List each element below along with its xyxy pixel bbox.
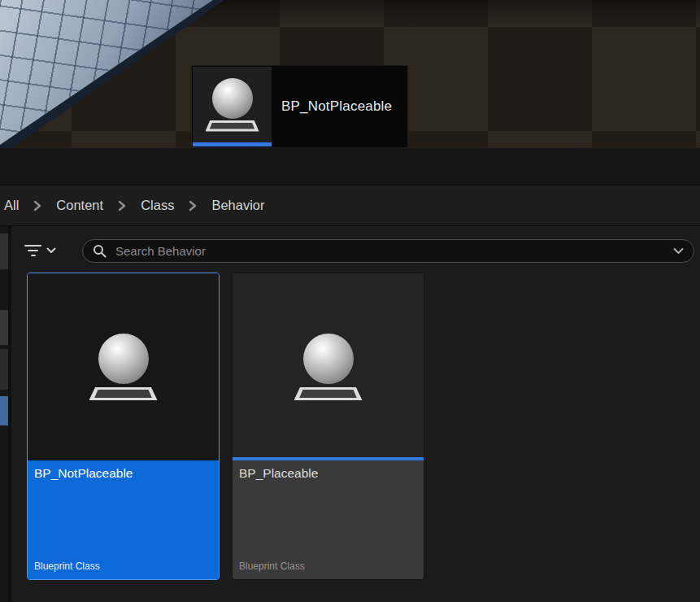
asset-thumbnail	[233, 273, 424, 460]
asset-tile-bp-notplaceable[interactable]: BP_NotPlaceable Blueprint Class	[27, 273, 220, 580]
unreal-editor-window: BP_NotPlaceable All Content Class Behavi…	[0, 0, 700, 602]
breadcrumb-item-content[interactable]: Content	[56, 198, 103, 213]
search-bar[interactable]	[82, 239, 694, 263]
asset-drag-preview[interactable]: BP_NotPlaceable	[191, 65, 408, 148]
collapsed-panel-item[interactable]	[0, 349, 8, 390]
chevron-right-icon	[189, 200, 197, 212]
asset-name: BP_NotPlaceable	[34, 466, 212, 481]
breadcrumb-item-all[interactable]: All	[4, 198, 19, 213]
search-dropdown-chevron-icon[interactable]	[673, 247, 684, 255]
collapsed-panel-item[interactable]	[0, 310, 8, 345]
asset-color-bar	[233, 457, 424, 460]
asset-type-label: Blueprint Class	[239, 561, 417, 572]
drag-preview-label: BP_NotPlaceable	[281, 66, 392, 147]
drag-preview-color-bar	[193, 142, 272, 146]
asset-label-area: BP_Placeable Blueprint Class	[233, 460, 424, 579]
filter-funnel-icon	[24, 245, 41, 257]
sphere-base	[89, 387, 158, 400]
sphere-ball	[98, 334, 149, 384]
sphere-base	[294, 387, 363, 400]
sphere-ball	[212, 78, 253, 119]
search-input[interactable]	[114, 243, 673, 259]
collapsed-sources-panel	[0, 226, 11, 602]
sphere-base	[206, 120, 259, 132]
asset-label-area: BP_NotPlaceable Blueprint Class	[28, 460, 219, 579]
chevron-right-icon	[33, 200, 41, 212]
filter-button[interactable]	[20, 242, 61, 260]
drag-preview-thumbnail	[193, 67, 272, 142]
asset-grid: BP_NotPlaceable Blueprint Class BP_Place…	[27, 273, 424, 580]
breadcrumb: All Content Class Behavior	[0, 185, 700, 226]
asset-tile-bp-placeable[interactable]: BP_Placeable Blueprint Class	[232, 273, 424, 580]
sphere-ball	[303, 334, 354, 384]
viewport-3d[interactable]: BP_NotPlaceable	[0, 0, 700, 148]
chevron-right-icon	[118, 200, 126, 212]
search-icon	[93, 244, 107, 258]
chevron-down-icon	[46, 247, 56, 254]
collapsed-panel-item-selected[interactable]	[0, 396, 8, 425]
asset-thumbnail	[28, 273, 219, 460]
breadcrumb-item-class[interactable]: Class	[141, 198, 174, 213]
asset-type-label: Blueprint Class	[34, 561, 212, 572]
content-browser: BP_NotPlaceable Blueprint Class BP_Place…	[0, 226, 700, 602]
panel-header-bar	[0, 148, 700, 185]
search-row	[20, 238, 694, 264]
collapsed-panel-item[interactable]	[0, 233, 8, 269]
blueprint-sphere-icon	[89, 334, 158, 400]
breadcrumb-item-behavior[interactable]: Behavior	[211, 198, 264, 213]
blueprint-sphere-icon	[294, 334, 363, 400]
asset-name: BP_Placeable	[239, 466, 417, 481]
blueprint-sphere-icon	[206, 78, 259, 132]
